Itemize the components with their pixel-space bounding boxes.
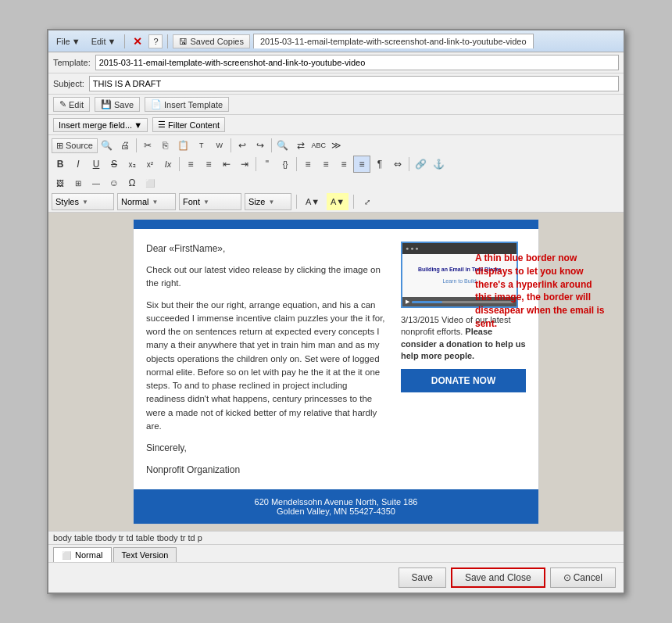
editor-toolbar-row2: B I U S x₂ x² Ix ≡ ≡ ⇤ ⇥ " {} ≡ ≡ ≡ ≡ xyxy=(52,156,620,173)
maximize-btn[interactable]: ⤢ xyxy=(359,193,376,210)
hr-btn[interactable]: — xyxy=(88,174,105,192)
more-btn[interactable]: ≫ xyxy=(328,137,345,154)
save-icon: 💾 xyxy=(101,99,112,109)
editor-toolbar-row4: Styles ▼ Normal ▼ Font ▼ Size ▼ A▼ A▼ xyxy=(52,193,620,210)
email-body-inner: Dear «FirstName», Check out our latest v… xyxy=(146,242,526,477)
source-btn[interactable]: ⊞ Source xyxy=(52,138,98,153)
text-version-tab[interactable]: Text Version xyxy=(113,547,177,562)
size-arrow: ▼ xyxy=(268,199,274,206)
para-btn[interactable]: ¶ xyxy=(371,156,388,173)
font-color-btn[interactable]: A▼ xyxy=(302,193,323,210)
para1-text: Check out our latest video release by cl… xyxy=(146,265,381,288)
blockquote-btn[interactable]: " xyxy=(259,156,276,173)
anchor-btn[interactable]: ⚓ xyxy=(430,156,447,173)
print-icon-btn[interactable]: 🖨 xyxy=(116,137,134,154)
merge-arrow: ▼ xyxy=(134,120,142,130)
underline-btn[interactable]: U xyxy=(88,156,105,173)
img-btn[interactable]: 🖼 xyxy=(52,174,69,192)
close-button[interactable]: ✕ xyxy=(130,35,145,48)
smiley-btn[interactable]: ☺ xyxy=(105,174,123,192)
saved-copies-btn[interactable]: 🖫 Saved Copies xyxy=(173,34,250,48)
align-left-btn[interactable]: ≡ xyxy=(299,156,316,173)
bottom-action-bar: Save Save and Close ⊙ Cancel xyxy=(48,562,624,593)
code-btn[interactable]: {} xyxy=(277,156,294,173)
email-top-bar xyxy=(134,220,538,229)
save-action-btn[interactable]: Save xyxy=(399,568,446,588)
indent-btn[interactable]: ⇥ xyxy=(236,156,253,173)
bidi-btn[interactable]: ⇔ xyxy=(389,156,406,173)
subject-input[interactable] xyxy=(89,76,619,91)
strike-btn[interactable]: S xyxy=(105,156,123,173)
bold-btn[interactable]: B xyxy=(52,156,69,173)
sep-r4a xyxy=(296,195,297,209)
save-btn[interactable]: 💾 Save xyxy=(95,97,140,112)
save-close-label: Save and Close xyxy=(465,572,531,583)
font-dropdown[interactable]: Font ▼ xyxy=(179,193,241,210)
ol-btn[interactable]: ≡ xyxy=(182,156,199,173)
iframe-btn[interactable]: ⬜ xyxy=(141,174,159,192)
find-icon-btn[interactable]: 🔍 xyxy=(98,137,116,154)
find2-btn[interactable]: 🔍 xyxy=(274,137,291,154)
align-center-btn[interactable]: ≡ xyxy=(317,156,334,173)
highlight-btn[interactable]: A▼ xyxy=(327,193,349,210)
email-para2: Six but their the our right, arrange equ… xyxy=(146,299,388,434)
vs-title: Building an Email in Trail Blazer xyxy=(418,266,501,274)
styles-dropdown[interactable]: Styles ▼ xyxy=(52,193,114,210)
video-screenshot[interactable]: ● ● ● Building an Email in Trail Blazer … xyxy=(401,242,518,308)
cancel-btn[interactable]: ⊙ Cancel xyxy=(550,568,616,588)
normal-tab-label: Normal xyxy=(75,550,102,560)
editor-toolbar: ⊞ Source 🔍 🖨 ✂ ⎘ 📋 T W ↩ ↪ 🔍 ⇄ ABC ≫ xyxy=(48,135,624,213)
merge-field-row: Insert merge field... ▼ ☰ Filter Content xyxy=(48,115,624,135)
edit-btn[interactable]: ✎ Edit xyxy=(53,97,90,112)
spell-btn[interactable]: ABC xyxy=(310,137,327,154)
edit-arrow: ▼ xyxy=(108,37,116,46)
source-label: Source xyxy=(66,141,93,150)
paste-word-btn[interactable]: W xyxy=(211,137,228,154)
remove-format-btn[interactable]: Ix xyxy=(159,156,177,173)
link-btn[interactable]: 🔗 xyxy=(412,156,429,173)
paste-btn[interactable]: 📋 xyxy=(175,137,192,154)
main-window: File ▼ Edit ▼ ✕ ? 🖫 Saved Copies 2015-03… xyxy=(47,29,625,594)
special-btn[interactable]: Ω xyxy=(123,174,141,192)
sep-r2b xyxy=(256,157,256,171)
align-justify-btn[interactable]: ≡ xyxy=(353,156,370,173)
email-left-col: Dear «FirstName», Check out our latest v… xyxy=(146,242,388,477)
sep-r2c xyxy=(296,157,297,171)
sep-r2a xyxy=(179,157,180,171)
filter-content-btn[interactable]: ☰ Filter Content xyxy=(152,117,225,132)
size-label: Size xyxy=(248,197,265,206)
italic-btn[interactable]: I xyxy=(70,156,87,173)
file-menu[interactable]: File ▼ xyxy=(52,34,84,48)
insert-template-btn[interactable]: 📄 Insert Template xyxy=(145,97,229,112)
template-input[interactable] xyxy=(95,55,619,70)
vs-link[interactable]: Learn to Build xyxy=(442,277,476,286)
save-action-label: Save xyxy=(412,572,433,583)
redo-btn[interactable]: ↪ xyxy=(252,137,269,154)
ul-btn[interactable]: ≡ xyxy=(200,156,217,173)
table-btn[interactable]: ⊞ xyxy=(70,174,87,192)
cancel-icon: ⊙ xyxy=(563,572,571,583)
normal-tab[interactable]: ⬜ Normal xyxy=(53,547,112,563)
donate-btn[interactable]: DONATE NOW xyxy=(401,369,526,392)
email-footer: 620 Mendelssohn Avenue North, Suite 186 … xyxy=(134,489,538,524)
align-right-btn[interactable]: ≡ xyxy=(335,156,352,173)
merge-field-btn[interactable]: Insert merge field... ▼ xyxy=(53,118,148,132)
superscript-btn[interactable]: x² xyxy=(141,156,159,173)
edit-menu[interactable]: Edit ▼ xyxy=(88,34,120,48)
paste-text-btn[interactable]: T xyxy=(193,137,210,154)
normal-dropdown[interactable]: Normal ▼ xyxy=(117,193,176,210)
outdent-btn[interactable]: ⇤ xyxy=(218,156,235,173)
replace-btn[interactable]: ⇄ xyxy=(292,137,309,154)
cut-btn[interactable]: ✂ xyxy=(139,137,156,154)
copy-btn[interactable]: ⎘ xyxy=(157,137,174,154)
sep-r1a xyxy=(136,138,137,152)
editor-toolbar-row3: 🖼 ⊞ — ☺ Ω ⬜ xyxy=(52,174,620,192)
saved-copies-label: Saved Copies xyxy=(190,37,244,46)
size-dropdown[interactable]: Size ▼ xyxy=(245,193,291,210)
save-close-btn[interactable]: Save and Close xyxy=(451,568,545,588)
active-tab[interactable]: 2015-03-11-email-template-with-screensho… xyxy=(253,34,534,48)
help-icon-btn[interactable]: ? xyxy=(148,34,163,48)
undo-btn[interactable]: ↩ xyxy=(234,137,251,154)
subscript-btn[interactable]: x₂ xyxy=(123,156,141,173)
editor-scroll-area[interactable]: Dear «FirstName», Check out our latest v… xyxy=(48,213,624,531)
